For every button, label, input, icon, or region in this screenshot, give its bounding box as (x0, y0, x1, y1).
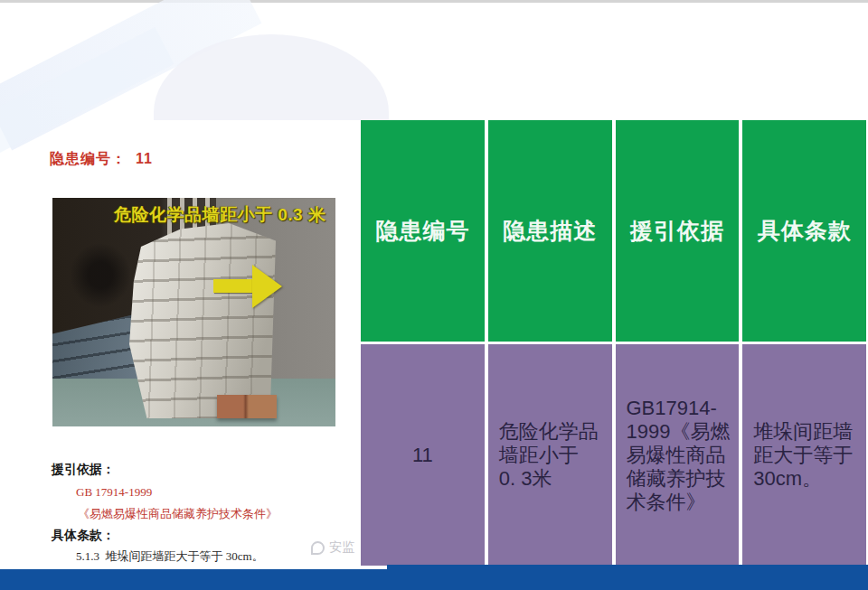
basis-label: 援引依据： (52, 462, 115, 478)
photo-caption: 危险化学品墙距小于 0.3 米 (114, 203, 331, 227)
photo-dark-stack (60, 232, 141, 318)
table-header-basis: 援引依据 (616, 120, 740, 342)
table-cell-basis: GB17914- 1999《易燃 易爆性商品 储藏养护技 术条件》 (616, 344, 740, 566)
right-arrow-head-icon (252, 265, 282, 308)
table-cell-clause: 堆垛间距墙 距大于等于 30cm。 (742, 344, 866, 566)
table-header-hazard-no: 隐患编号 (361, 120, 485, 342)
watermark-logo-icon (311, 541, 325, 555)
watermark: 安监 (311, 539, 354, 556)
photo-sack-stack (129, 223, 276, 418)
right-arrow-icon (213, 279, 254, 293)
hazard-table: 隐患编号 隐患描述 援引依据 具体条款 11 危险化学品 墙距小于 0. 3米 … (361, 120, 866, 566)
basis-title: 《易燃易爆性商品储藏养护技术条件》 (78, 506, 278, 522)
table-cell-description: 危险化学品 墙距小于 0. 3米 (488, 344, 612, 566)
top-border-line (0, 0, 868, 3)
table-cell-hazard-no: 11 (361, 344, 485, 566)
slide: 隐患编号：11 危险化学品墙距小于 0.3 米 援引依据： GB 17914-1… (0, 0, 868, 590)
clause-text: 5.1.3 堆垛间距墙距大于等于 30cm。 (76, 548, 264, 565)
hazard-number-title: 隐患编号：11 (50, 150, 153, 169)
clause-label: 具体条款： (52, 528, 115, 544)
table-header-description: 隐患描述 (488, 120, 612, 342)
hazard-photo: 危险化学品墙距小于 0.3 米 (52, 198, 335, 426)
photo-brick-support (217, 395, 277, 418)
basis-code: GB 17914-1999 (76, 485, 152, 500)
table-header-clause: 具体条款 (742, 120, 866, 342)
hazard-number-label: 隐患编号： (50, 151, 127, 166)
watermark-text: 安监 (329, 539, 354, 556)
bottom-bar (0, 569, 868, 590)
hazard-number-value: 11 (136, 151, 153, 166)
